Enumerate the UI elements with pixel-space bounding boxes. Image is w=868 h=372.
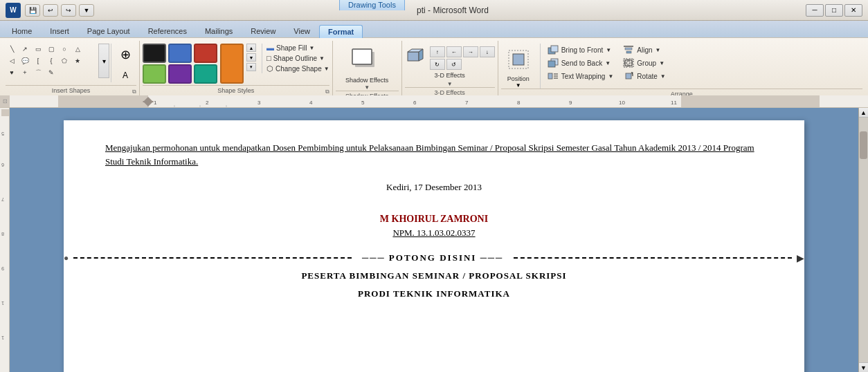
svg-text:7: 7 — [1, 197, 4, 202]
scroll-up-btn[interactable]: ▲ — [859, 108, 868, 118]
position-dropdown[interactable]: ▼ — [516, 82, 521, 89]
ribbon-tabs: Home Insert Page Layout References Maili… — [0, 21, 868, 37]
swatch-purple[interactable] — [168, 64, 192, 84]
send-back-dropdown[interactable]: ▼ — [605, 60, 611, 66]
maximize-btn[interactable]: □ — [825, 4, 843, 17]
group-btn[interactable]: Group ▼ — [620, 57, 668, 69]
save-btn[interactable]: 💾 — [25, 4, 40, 17]
text-wrapping-btn[interactable]: Text Wrapping ▼ — [545, 70, 617, 82]
minimize-btn[interactable]: ─ — [806, 4, 824, 17]
svg-text:4: 4 — [309, 100, 313, 106]
align-btn[interactable]: Align ▼ — [620, 44, 668, 56]
tab-format[interactable]: Format — [319, 25, 363, 38]
shape-styles-label: Shape Styles — [143, 85, 329, 95]
scroll-thumb[interactable] — [860, 131, 867, 159]
oval-icon[interactable]: ○ — [58, 44, 71, 55]
tilt-down-btn[interactable]: ↓ — [480, 46, 495, 57]
cut-arrow-right: ▶ — [797, 252, 804, 263]
bring-to-front-btn[interactable]: Bring to Front ▼ — [545, 44, 617, 56]
arrange-right-buttons: Align ▼ Group ▼ — [620, 44, 668, 82]
pentagon-icon[interactable]: ⬠ — [58, 55, 71, 66]
ruler-corner: ⊡ — [0, 95, 10, 107]
insert-shapes-expand[interactable]: ⧉ — [132, 89, 136, 95]
shape-fill-btn[interactable]: ▬ Shape Fill ▼ — [266, 44, 329, 52]
star-icon[interactable]: ★ — [71, 55, 84, 66]
brace-icon[interactable]: { — [45, 55, 57, 66]
tilt-right-btn[interactable]: → — [463, 46, 478, 57]
shadow-dropdown-icon[interactable]: ▼ — [364, 84, 370, 91]
shape-outline-btn[interactable]: □ Shape Outline ▼ — [266, 54, 329, 62]
rotate-cw-btn[interactable]: ↻ — [430, 59, 445, 70]
tab-page-layout[interactable]: Page Layout — [78, 24, 139, 37]
arrange-content: Position ▼ Bring to Front ▼ — [501, 41, 862, 89]
cut-dashes-right — [514, 257, 792, 259]
insert-shapes-label-row: Insert Shapes ⧉ — [6, 85, 136, 95]
bracket-icon[interactable]: [ — [32, 55, 44, 66]
arrow-icon[interactable]: ↗ — [19, 44, 31, 55]
shapes-scroll[interactable]: ▾ — [98, 44, 109, 78]
tab-insert[interactable]: Insert — [41, 24, 78, 37]
scroll-down-btn[interactable]: ▼ — [859, 362, 868, 372]
tab-review[interactable]: Review — [242, 24, 284, 37]
line-icon[interactable]: ╲ — [6, 44, 18, 55]
tab-references[interactable]: References — [139, 24, 196, 37]
tab-home[interactable]: Home — [3, 24, 41, 37]
customize-btn[interactable]: ▼ — [79, 4, 94, 17]
close-btn[interactable]: ✕ — [844, 4, 862, 17]
position-btn[interactable] — [501, 44, 536, 75]
scroll-up-btn[interactable]: ▲ — [246, 44, 256, 52]
textbox-btn[interactable]: A — [114, 68, 136, 82]
rtriangle-icon[interactable]: ◁ — [6, 55, 18, 66]
group-dropdown[interactable]: ▼ — [659, 60, 664, 66]
swatch-orange[interactable] — [220, 44, 244, 84]
group-3d-effects: ↑ ← → ↓ ↻ ↺ 3-D Effects ▼ 3-D Effects — [402, 41, 498, 95]
swatch-black[interactable] — [143, 44, 166, 63]
curly-icon[interactable]: ⌒ — [32, 67, 44, 78]
swatch-red[interactable] — [194, 44, 217, 63]
ruler-main: 1 2 3 4 5 6 7 8 9 10 11 — [10, 95, 868, 107]
title-bar: W 💾 ↩ ↪ ▼ pti - Microsoft Word Drawing T… — [0, 0, 868, 21]
undo-btn[interactable]: ↩ — [43, 4, 58, 17]
shape-styles-expand[interactable]: ⧉ — [325, 89, 329, 95]
3d-dropdown-icon[interactable]: ▼ — [447, 81, 453, 87]
shadow-icon-container — [347, 44, 386, 77]
send-to-back-btn[interactable]: Send to Back ▼ — [545, 57, 617, 69]
tab-view[interactable]: View — [284, 24, 319, 37]
tab-mailings[interactable]: Mailings — [196, 24, 242, 37]
rotate-dropdown[interactable]: ▼ — [660, 73, 666, 80]
swatch-green[interactable] — [143, 64, 166, 84]
rect-icon[interactable]: ▭ — [32, 44, 44, 55]
plus-icon[interactable]: + — [19, 67, 31, 78]
scroll-down-btn[interactable]: ▼ — [246, 53, 256, 62]
outline-dropdown-icon[interactable]: ▼ — [319, 55, 325, 62]
scroll-more-btn[interactable]: ▾ — [246, 63, 256, 71]
rotate-btn[interactable]: Rotate ▼ — [620, 70, 668, 82]
change-dropdown-icon[interactable]: ▼ — [324, 66, 329, 72]
align-dropdown[interactable]: ▼ — [655, 47, 661, 53]
edit-shape-btn[interactable]: ⊕ — [114, 44, 136, 66]
callout-icon[interactable]: 💬 — [19, 55, 31, 66]
change-shape-btn[interactable]: ⬡ Change Shape ▼ — [266, 64, 329, 73]
tilt-left-btn[interactable]: ← — [446, 46, 462, 57]
free-icon[interactable]: ✎ — [45, 67, 57, 78]
svg-text:10: 10 — [619, 100, 625, 106]
svg-rect-6 — [513, 54, 524, 65]
shadow-effects-btn[interactable]: Shadow Effects ▼ — [345, 44, 388, 91]
swatch-blue[interactable] — [168, 44, 192, 63]
bring-front-dropdown[interactable]: ▼ — [606, 47, 611, 53]
fill-dropdown-icon[interactable]: ▼ — [309, 45, 314, 51]
svg-text:8: 8 — [1, 232, 4, 236]
redo-btn[interactable]: ↪ — [61, 4, 76, 17]
round-rect-icon[interactable]: ▢ — [45, 44, 57, 55]
scrollbar-vertical[interactable]: ▲ ▼ — [858, 108, 868, 372]
tilt-up-btn[interactable]: ↑ — [430, 46, 445, 57]
swatch-row-2 — [143, 64, 217, 84]
rotate-ccw-btn[interactable]: ↺ — [446, 59, 462, 70]
3d-effects-btn[interactable] — [405, 46, 427, 64]
swatch-teal[interactable] — [194, 64, 217, 84]
wrap-dropdown[interactable]: ▼ — [608, 73, 613, 80]
heart-icon[interactable]: ♥ — [6, 67, 18, 78]
bring-front-icon — [548, 45, 559, 55]
style-scroll: ▲ ▼ ▾ — [246, 44, 256, 71]
triangle-icon[interactable]: △ — [71, 44, 84, 55]
